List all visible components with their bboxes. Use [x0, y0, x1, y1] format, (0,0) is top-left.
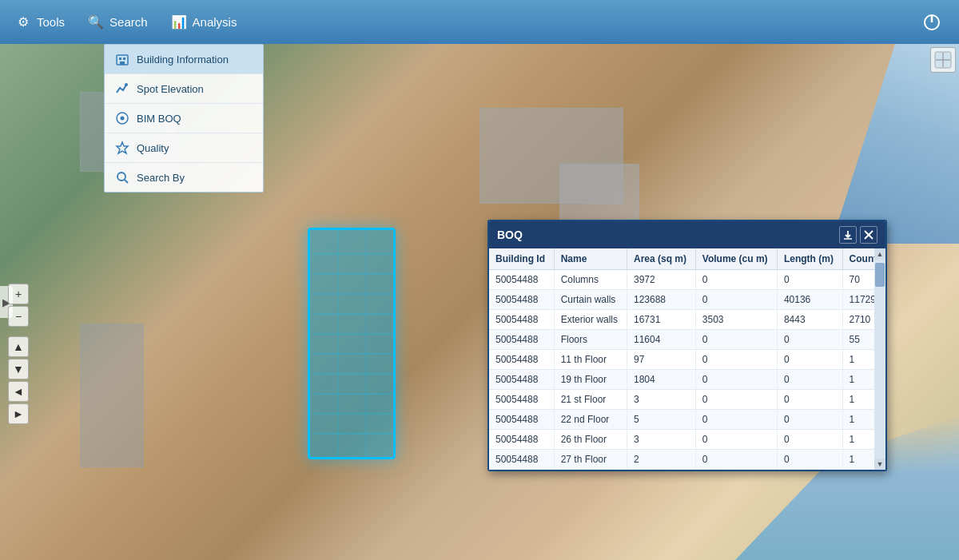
svg-line-23 — [125, 180, 128, 183]
cell-name-9: 27 th Floor — [554, 450, 627, 470]
cell-area-4: 97 — [627, 350, 695, 370]
pan-right-button[interactable]: ► — [8, 403, 29, 424]
building-cluster-3 — [559, 164, 639, 228]
table-row[interactable]: 50054488Curtain walls12368804013611729 — [489, 290, 885, 310]
cell-volume-4: 0 — [695, 350, 777, 370]
cell-building_id-6: 50054488 — [489, 390, 554, 410]
cell-name-3: Floors — [554, 330, 627, 350]
menu-label-bim-boq: BIM BOQ — [137, 113, 181, 125]
cell-volume-0: 0 — [695, 270, 777, 290]
power-button[interactable] — [919, 10, 945, 35]
cell-name-6: 21 st Floor — [554, 390, 627, 410]
menu-item-quality[interactable]: Quality — [105, 133, 263, 163]
cell-length-7: 0 — [777, 410, 842, 430]
cell-length-6: 0 — [777, 390, 842, 410]
cell-volume-7: 0 — [695, 410, 777, 430]
cell-building_id-4: 50054488 — [489, 350, 554, 370]
svg-point-22 — [117, 173, 125, 181]
menu-label-building-info: Building Information — [137, 54, 229, 66]
svg-point-19 — [125, 83, 128, 86]
boq-title: BOQ — [497, 228, 523, 241]
cell-name-4: 11 th Floor — [554, 350, 627, 370]
search-nav-item[interactable]: 🔍 Search — [87, 14, 148, 31]
boq-table-wrapper: Building Id Name Area (sq m) Volume (cu … — [489, 248, 885, 470]
col-header-building-id: Building Id — [489, 248, 554, 270]
zoom-out-button[interactable]: − — [8, 306, 29, 327]
svg-rect-16 — [119, 58, 121, 60]
search-label: Search — [109, 15, 148, 29]
cell-area-6: 3 — [627, 390, 695, 410]
menu-item-building-info[interactable]: Building Information — [105, 45, 263, 74]
pan-down-button[interactable]: ▼ — [8, 359, 29, 379]
cell-length-0: 0 — [777, 270, 842, 290]
map-controls: + − ▲ ▼ ◄ ► — [8, 284, 29, 424]
cell-area-8: 3 — [627, 430, 695, 450]
quality-icon — [114, 140, 130, 156]
cell-area-5: 1804 — [627, 370, 695, 390]
cell-volume-6: 0 — [695, 390, 777, 410]
map-container[interactable]: ▶ Building Information Spot Elevation BI… — [0, 44, 959, 560]
pan-up-button[interactable]: ▲ — [8, 336, 29, 357]
cell-name-0: Columns — [554, 270, 627, 290]
pan-left-button[interactable]: ◄ — [8, 381, 29, 402]
table-row[interactable]: 5005448826 th Floor3001 — [489, 430, 885, 450]
cell-name-5: 19 th Floor — [554, 370, 627, 390]
menu-label-quality: Quality — [137, 142, 169, 154]
scroll-up-arrow[interactable]: ▲ — [874, 248, 885, 260]
cell-length-1: 40136 — [777, 290, 842, 310]
svg-rect-2 — [310, 230, 393, 457]
cell-volume-3: 0 — [695, 330, 777, 350]
zoom-in-button[interactable]: + — [8, 284, 29, 304]
tools-nav-item[interactable]: ⚙ Tools — [14, 14, 65, 31]
cell-volume-8: 0 — [695, 430, 777, 450]
boq-panel: BOQ Building Id Name Area (sq m) Volume … — [487, 220, 887, 471]
cell-length-8: 0 — [777, 430, 842, 450]
col-header-volume: Volume (cu m) — [695, 248, 777, 270]
cell-length-5: 0 — [777, 370, 842, 390]
scroll-down-arrow[interactable]: ▼ — [874, 459, 885, 470]
boq-scrollbar[interactable]: ▲ ▼ — [874, 248, 885, 470]
search-nav-icon: 🔍 — [87, 14, 105, 31]
cell-name-1: Curtain walls — [554, 290, 627, 310]
table-row[interactable]: 5005448811 th Floor97001 — [489, 350, 885, 370]
col-header-area: Area (sq m) — [627, 248, 695, 270]
table-row[interactable]: 50054488Exterior walls16731350384432710 — [489, 310, 885, 330]
selected-building — [308, 228, 396, 459]
boq-table: Building Id Name Area (sq m) Volume (cu … — [489, 248, 885, 470]
cell-area-3: 11604 — [627, 330, 695, 350]
col-header-length: Length (m) — [777, 248, 842, 270]
table-row[interactable]: 5005448821 st Floor3001 — [489, 390, 885, 410]
menu-item-spot-elevation[interactable]: Spot Elevation — [105, 74, 263, 104]
boq-table-header-row: Building Id Name Area (sq m) Volume (cu … — [489, 248, 885, 270]
table-row[interactable]: 5005448822 nd Floor5001 — [489, 410, 885, 430]
cell-volume-1: 0 — [695, 290, 777, 310]
table-row[interactable]: 5005448819 th Floor1804001 — [489, 370, 885, 390]
cell-area-0: 3972 — [627, 270, 695, 290]
boq-header: BOQ — [489, 221, 885, 248]
tools-icon: ⚙ — [14, 14, 32, 31]
corner-widget[interactable] — [930, 47, 956, 73]
cell-area-7: 5 — [627, 410, 695, 430]
analysis-nav-item[interactable]: 📊 Analysis — [170, 14, 237, 31]
boq-download-button[interactable] — [839, 226, 857, 244]
cell-length-4: 0 — [777, 350, 842, 370]
cell-name-8: 26 th Floor — [554, 430, 627, 450]
menu-item-search-by[interactable]: Search By — [105, 163, 263, 192]
cell-building_id-5: 50054488 — [489, 370, 554, 390]
menu-label-search-by: Search By — [137, 172, 185, 184]
cell-building_id-2: 50054488 — [489, 310, 554, 330]
scroll-track — [874, 260, 885, 459]
cell-area-9: 2 — [627, 450, 695, 470]
table-row[interactable]: 50054488Columns39720070 — [489, 270, 885, 290]
table-row[interactable]: 50054488Floors116040055 — [489, 330, 885, 350]
boq-close-button[interactable] — [860, 226, 877, 244]
navbar: ⚙ Tools 🔍 Search 📊 Analysis — [0, 0, 959, 44]
cell-length-9: 0 — [777, 450, 842, 470]
table-row[interactable]: 5005448827 th Floor2001 — [489, 450, 885, 470]
cell-area-2: 16731 — [627, 310, 695, 330]
menu-label-spot-elevation: Spot Elevation — [137, 83, 204, 95]
scroll-thumb[interactable] — [875, 263, 885, 287]
tools-label: Tools — [37, 15, 65, 29]
cell-name-7: 22 nd Floor — [554, 410, 627, 430]
menu-item-bim-boq[interactable]: BIM BOQ — [105, 104, 263, 133]
